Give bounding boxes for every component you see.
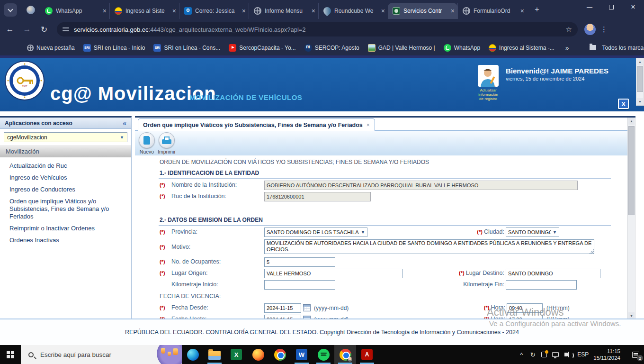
destino-input[interactable] <box>506 269 600 278</box>
km-fin-input[interactable] <box>506 280 577 290</box>
nombre-input[interactable] <box>264 181 578 190</box>
bookmarks-overflow-icon[interactable]: » <box>565 44 569 52</box>
taskbar-firefox-icon[interactable] <box>247 345 269 364</box>
tab-ingreso-sistema[interactable]: Ingreso al Siste × <box>109 3 179 19</box>
tray-chevron-icon[interactable]: ^ <box>516 345 527 364</box>
browser-tab-bar: WhatsApp × Ingreso al Siste × Correo: Je… <box>0 0 644 19</box>
taskbar-search[interactable] <box>21 345 182 364</box>
taskbar-spotify-icon[interactable] <box>313 345 334 364</box>
km-fin-label-group: Kilometraje Fin: <box>400 281 504 288</box>
sidebar-item-reimprimir-inactivar[interactable]: Reimprimir o Inactivar Ordenes <box>9 225 122 232</box>
forward-button[interactable]: → <box>20 22 34 36</box>
fecha-hasta-input[interactable] <box>264 315 301 318</box>
taskbar-chrome-profile-icon[interactable] <box>334 345 356 364</box>
tab-formulario[interactable]: FormularioOrd × <box>457 3 527 19</box>
site-settings-icon[interactable] <box>63 27 69 32</box>
bookmark-star-icon[interactable]: ☆ <box>566 25 572 34</box>
calendar-icon[interactable] <box>303 304 311 311</box>
taskbar-acrobat-icon[interactable]: A <box>356 345 378 364</box>
bookmark-nueva-pestana[interactable]: Nueva pestaña <box>27 45 75 51</box>
field-row-motivo: (*) Motivo: MOVILIZACIÓN DE AUTORIDADES … <box>135 239 635 255</box>
scroll-down-icon[interactable]: ▼ <box>628 312 635 318</box>
ciudad-select[interactable]: SANTO DOMINGO ▼ <box>506 228 559 237</box>
volume-icon[interactable] <box>561 345 572 364</box>
tab-roundcube[interactable]: Roundcube We × <box>318 3 388 19</box>
new-button[interactable]: Nuevo <box>137 132 157 155</box>
update-registration-link[interactable]: Actualizar información de registro <box>477 65 499 101</box>
origen-input[interactable] <box>264 269 402 278</box>
reload-button[interactable]: ↻ <box>37 22 51 36</box>
resize-grip-icon[interactable] <box>590 249 594 254</box>
scroll-up-icon[interactable]: ▲ <box>637 58 643 65</box>
tab-informe[interactable]: Informe Mensu × <box>249 3 318 19</box>
notification-center-button[interactable]: 2 <box>627 345 644 364</box>
tab-whatsapp[interactable]: WhatsApp × <box>40 3 109 19</box>
pinned-tab-icon[interactable] <box>27 6 35 14</box>
all-bookmarks-button[interactable]: Todos los marcadores <box>590 45 644 51</box>
application-select[interactable]: cgeMovilizacion ▼ <box>4 132 127 142</box>
scrollbar-thumb[interactable] <box>637 66 643 92</box>
tab-close-icon[interactable]: × <box>242 8 246 14</box>
bookmark-whatsapp[interactable]: WhatsApp <box>444 44 480 52</box>
profile-avatar[interactable] <box>584 24 596 35</box>
header-scrollbar[interactable]: ▲ ▼ <box>636 58 644 106</box>
sidebar-item-ordenes-inactivas[interactable]: Ordenes Inactivas <box>9 237 122 244</box>
language-indicator[interactable]: ESP <box>577 351 589 358</box>
taskbar-clock[interactable]: 11:15 15/11/2024 <box>593 348 620 361</box>
km-inicio-input[interactable] <box>264 280 335 290</box>
taskbar-explorer-icon[interactable] <box>204 345 225 364</box>
sidebar-item-orden-viaticos[interactable]: Orden que implique Viáticos y/o Subsiste… <box>9 198 122 220</box>
scroll-up-icon[interactable]: ▲ <box>628 118 635 125</box>
minimize-button[interactable]: — <box>579 0 600 14</box>
content-tab-close-icon[interactable]: × <box>367 122 370 128</box>
new-tab-button[interactable]: + <box>531 3 543 16</box>
collapse-panel-icon[interactable]: « <box>123 119 126 127</box>
taskbar-excel-icon[interactable]: X <box>225 345 247 364</box>
print-button[interactable]: Imprimir <box>157 132 177 155</box>
search-input[interactable] <box>39 351 134 359</box>
tab-close-icon[interactable]: × <box>312 8 315 14</box>
tab-close-icon[interactable]: × <box>520 8 524 14</box>
maximize-button[interactable] <box>600 0 622 14</box>
page-close-button[interactable]: X <box>618 99 629 109</box>
tab-servicios-contraloria[interactable]: Servicios Contr × <box>388 3 457 19</box>
fecha-desde-input[interactable] <box>264 303 301 313</box>
update-status-icon[interactable] <box>538 345 550 364</box>
tab-close-icon[interactable]: × <box>103 8 107 14</box>
ruc-input[interactable] <box>264 192 371 201</box>
address-bar[interactable]: servicios.contraloria.gob.ec:4443/cge_ar… <box>57 22 578 36</box>
tab-close-icon[interactable]: × <box>381 8 385 14</box>
sidebar-item-ingreso-vehiculos[interactable]: Ingreso de Vehículos <box>9 174 122 182</box>
sidebar-item-actualizacion-ruc[interactable]: Actualización de Ruc <box>9 162 122 170</box>
tab-search-button[interactable] <box>4 3 17 17</box>
ocupantes-input[interactable] <box>264 257 335 267</box>
bookmark-gad-valle-hermoso[interactable]: GAD | Valle Hermoso | <box>368 44 435 52</box>
tab-close-icon[interactable]: × <box>451 8 455 14</box>
content-tab[interactable]: Orden que implique Viáticos y/o Subsiste… <box>138 118 375 131</box>
profile-badge <box>347 356 353 362</box>
scroll-down-icon[interactable]: ▼ <box>637 98 643 105</box>
sidebar-item-ingreso-conductores[interactable]: Ingreso de Conductores <box>9 186 122 193</box>
sync-icon[interactable]: ↻ <box>527 345 538 364</box>
tab-close-icon[interactable]: × <box>172 8 176 14</box>
search-highlight-doodle[interactable] <box>155 345 182 364</box>
scrollbar-thumb[interactable] <box>628 126 635 215</box>
tab-correo[interactable]: Correo: Jessica × <box>179 3 249 19</box>
motivo-textarea[interactable]: MOVILIZACIÓN DE AUTORIDADES HACIA LA CIU… <box>264 239 594 254</box>
close-window-button[interactable]: × <box>622 0 644 14</box>
bookmark-ingreso-sistema[interactable]: Ingreso al Sistema -... <box>489 44 555 52</box>
taskbar-chrome-icon[interactable] <box>269 345 291 364</box>
bookmark-sri-inicio[interactable]: SRI en Línea - Inicio <box>83 44 145 52</box>
taskbar-word-icon[interactable]: W <box>291 345 313 364</box>
network-display-icon[interactable] <box>550 345 561 364</box>
bookmark-sercopcapacita[interactable]: SercopCapacita - Yo... <box>229 44 295 52</box>
content-scrollbar[interactable]: ▲ ▼ <box>627 118 635 318</box>
provincia-select[interactable]: SANTO DOMINGO DE LOS TSACHILAS ▼ <box>264 228 367 237</box>
taskbar-edge-icon[interactable] <box>182 345 204 364</box>
bookmark-sri-consultas[interactable]: SRI en Línea - Cons... <box>153 44 220 52</box>
back-button[interactable]: ← <box>3 22 17 36</box>
browser-menu-icon[interactable]: ⋮ <box>600 25 608 34</box>
bookmark-sercop-agosto[interactable]: SERCOP: Agosto <box>304 44 359 52</box>
start-button[interactable] <box>0 345 21 364</box>
globe-icon <box>27 45 34 51</box>
